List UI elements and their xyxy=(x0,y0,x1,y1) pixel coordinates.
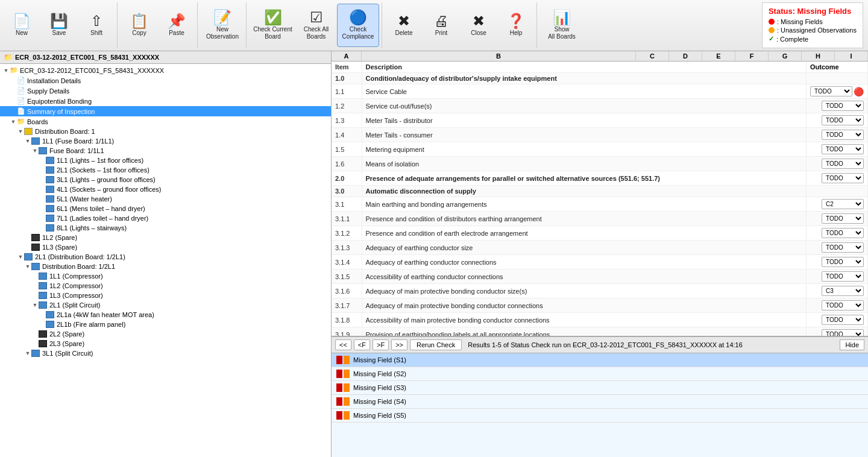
sidebar-item-6l1-mens[interactable]: 6L1 (Mens toilet – hand dryer) xyxy=(0,204,331,213)
copy-button[interactable]: 📋 Copy xyxy=(121,4,157,47)
outcome-select-1-2[interactable]: TODO xyxy=(822,101,864,111)
check-compliance-button[interactable]: 🔵 CheckCompliance xyxy=(337,4,379,47)
status-item-missing: : Missing Fields xyxy=(769,18,857,25)
sidebar-item-fuse-board[interactable]: ▼ Fuse Board: 1/1L1 xyxy=(0,146,331,156)
outcome-select-2-0[interactable]: TODO xyxy=(822,173,864,183)
help-icon: ❓ xyxy=(507,14,525,28)
table-header-row: Item Description Outcome xyxy=(332,61,868,73)
sidebar-item-2l1-lights[interactable]: 1L1 (Lights – 1st floor offices) xyxy=(0,156,331,165)
outcome-select-3-1-7[interactable]: TODO xyxy=(822,300,864,310)
new-button[interactable]: 📄 New xyxy=(4,4,40,47)
sidebar-item-boards[interactable]: ▼ 📁 Boards xyxy=(0,116,331,127)
save-button[interactable]: 💾 Save xyxy=(41,4,77,47)
unassigned-obs-icon xyxy=(769,27,775,33)
sidebar-item-1l2-spare[interactable]: 1L2 (Spare) xyxy=(0,233,331,242)
table-row: 3.1.5 Accessibility of earthing conducto… xyxy=(332,269,868,284)
board-icon-dist-1-2l1 xyxy=(31,263,40,270)
delete-icon: ✖ xyxy=(398,14,410,28)
flag-orange-icon xyxy=(344,411,350,420)
check-all-boards-button[interactable]: ☑ Check AllBoards xyxy=(297,4,336,47)
observation-icon: 📝 xyxy=(213,10,231,25)
outcome-select-1-6[interactable]: TODO xyxy=(822,159,864,169)
sidebar-item-supply[interactable]: 📄 Supply Details xyxy=(0,86,331,96)
board-icon-2l1a xyxy=(46,311,54,318)
outcome-select-1-1[interactable]: TODO xyxy=(810,86,852,96)
sidebar-item-equipotential[interactable]: 📄 Equipotential Bonding xyxy=(0,96,331,106)
result-item[interactable]: Missing Field (S4) xyxy=(332,395,868,409)
new-observation-button[interactable]: 📝 NewObservation xyxy=(201,4,244,47)
help-button[interactable]: ❓ Help xyxy=(498,4,534,47)
page-icon-equipotential: 📄 xyxy=(17,97,25,105)
sidebar-item-comp1[interactable]: 1L1 (Compressor) xyxy=(0,271,331,281)
outcome-select-3-1[interactable]: C2TODO xyxy=(822,199,864,209)
outcome-select-3-1-4[interactable]: TODO xyxy=(822,257,864,267)
outcome-select-3-1-8[interactable]: TODO xyxy=(822,315,864,325)
result-item[interactable]: Missing Field (S1) xyxy=(332,353,868,367)
status-panel: Status: Missing Fields : Missing Fields … xyxy=(762,2,863,48)
copy-icon: 📋 xyxy=(130,14,148,28)
outcome-select-3-1-9[interactable]: TODO xyxy=(822,329,864,336)
sidebar-item-dist-1-2l1[interactable]: ▼ Distribution Board: 1/2L1 xyxy=(0,262,331,271)
sidebar-item-summary[interactable]: 📄 Summary of Inspection xyxy=(0,106,331,116)
outcome-select-1-3[interactable]: TODO xyxy=(822,115,864,125)
right-panel: A B C D E F G H I Item Description Outco… xyxy=(332,51,868,457)
sidebar-item-2l2-spare[interactable]: 2L2 (Spare) xyxy=(0,329,331,339)
sidebar-item-4l1-sockets[interactable]: 4L1 (Sockets – ground floor offices) xyxy=(0,184,331,194)
sidebar-item-2l3-spare[interactable]: 2L3 (Spare) xyxy=(0,339,331,348)
nav-first-button[interactable]: << xyxy=(335,339,351,350)
outcome-select-3-1-3[interactable]: TODO xyxy=(822,242,864,253)
sidebar-item-2l1-dist[interactable]: ▼ 2L1 (Distribution Board: 1/2L1) xyxy=(0,252,331,262)
close-button[interactable]: ✖ Close xyxy=(461,4,497,47)
sidebar-item-7l1-ladies[interactable]: 7L1 (Ladies toilet – hand dryer) xyxy=(0,213,331,223)
sidebar-item-comp2[interactable]: 1L2 (Compressor) xyxy=(0,281,331,291)
outcome-select-1-5[interactable]: TODO xyxy=(822,144,864,154)
outcome-select-3-1-1[interactable]: TODO xyxy=(822,213,864,224)
sidebar-item-8l1-lights[interactable]: 8L1 (Lights – stairways) xyxy=(0,223,331,233)
sidebar-item-5l1-water[interactable]: 5L1 (Water heater) xyxy=(0,194,331,204)
sidebar-item-dist1[interactable]: ▼ Distribution Board: 1 xyxy=(0,127,331,136)
outcome-select-1-4[interactable]: TODO xyxy=(822,130,864,140)
sidebar-item-comp3[interactable]: 1L3 (Compressor) xyxy=(0,291,331,300)
sidebar-item-2l1a[interactable]: 2L1a (4kW fan heater MOT area) xyxy=(0,310,331,320)
outcome-select-3-1-6[interactable]: C3TODO xyxy=(822,286,864,296)
result-item[interactable]: Missing Field (S2) xyxy=(332,367,868,381)
board-icon-ladies xyxy=(46,215,54,222)
tree-content[interactable]: ▼ 📁 ECR_03-12-2012_ETC001_FS_58431_XXXXX… xyxy=(0,64,331,457)
table-row: 3.1.8 Accessibility of main protective b… xyxy=(332,313,868,327)
tree-root[interactable]: ▼ 📁 ECR_03-12-2012_ETC001_FS_58431_XXXXX… xyxy=(0,65,331,75)
outcome-select-3-1-2[interactable]: TODO xyxy=(822,228,864,238)
toolbar-group-edit: 📋 Copy 📌 Paste xyxy=(119,2,198,48)
nav-last-button[interactable]: >> xyxy=(391,339,407,350)
sidebar-item-3l1-lights[interactable]: 3L1 (Lights – ground floor offices) xyxy=(0,175,331,184)
check-current-board-button[interactable]: ✅ Check CurrentBoard xyxy=(250,4,295,47)
delete-button[interactable]: ✖ Delete xyxy=(386,4,422,47)
flag-orange-icon xyxy=(344,397,350,406)
show-all-boards-button[interactable]: 📊 ShowAll Boards xyxy=(541,4,583,47)
board-icon-dist1 xyxy=(24,128,33,135)
board-icon-stairs xyxy=(46,224,54,232)
sidebar-item-2l1b[interactable]: 2L1b (Fire alarm panel) xyxy=(0,320,331,329)
sidebar-item-installation[interactable]: 📄 Installation Details xyxy=(0,75,331,86)
nav-prev-button[interactable]: <F xyxy=(354,339,370,350)
result-item[interactable]: Missing Field (S5) xyxy=(332,409,868,423)
board-icon-2l2 xyxy=(39,330,47,338)
hide-button[interactable]: Hide xyxy=(840,339,864,350)
new-icon: 📄 xyxy=(13,14,31,28)
paste-button[interactable]: 📌 Paste xyxy=(159,4,195,47)
result-item[interactable]: Missing Field (S3) xyxy=(332,381,868,395)
rerun-check-button[interactable]: Rerun Check xyxy=(410,339,462,350)
print-button[interactable]: 🖨 Print xyxy=(423,4,459,47)
spreadsheet[interactable]: A B C D E F G H I Item Description Outco… xyxy=(332,51,868,336)
nav-next-button[interactable]: >F xyxy=(373,339,389,350)
sidebar-item-2l1-split[interactable]: ▼ 2L1 (Split Circuit) xyxy=(0,300,331,310)
sidebar-item-2l1-sockets[interactable]: 2L1 (Sockets – 1st floor offices) xyxy=(0,165,331,175)
outcome-select-3-1-5[interactable]: TODO xyxy=(822,271,864,282)
results-list[interactable]: Missing Field (S1)Missing Field (S2)Miss… xyxy=(332,353,868,457)
toolbar-group-check: ✅ Check CurrentBoard ☑ Check AllBoards 🔵… xyxy=(248,2,382,48)
sidebar-item-1l1-fuse[interactable]: ▼ 1L1 (Fuse Board: 1/1L1) xyxy=(0,136,331,146)
board-icon-comp1 xyxy=(39,273,47,280)
table-row: 1.0 Condition/adequacy of distributor's/… xyxy=(332,73,868,84)
shift-button[interactable]: ⇧ Shift xyxy=(78,4,115,47)
sidebar-item-3l1-split[interactable]: ▼ 3L1 (Split Circuit) xyxy=(0,348,331,358)
sidebar-item-1l3-spare[interactable]: 1L3 (Spare) xyxy=(0,242,331,252)
